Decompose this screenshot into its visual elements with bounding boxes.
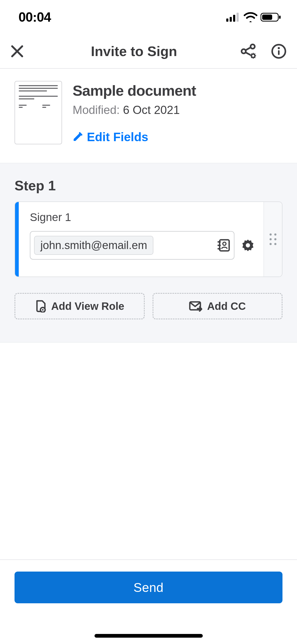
share-gear-icon	[240, 44, 257, 59]
status-indicators	[226, 12, 281, 22]
email-chip[interactable]: john.smith@email.em	[34, 236, 153, 255]
header-title: Invite to Sign	[50, 43, 218, 59]
svg-point-17	[223, 242, 226, 245]
home-indicator[interactable]	[95, 634, 203, 638]
close-icon	[11, 45, 24, 58]
modified-date: 6 Oct 2021	[123, 103, 180, 116]
svg-rect-1	[230, 17, 232, 22]
info-button[interactable]	[271, 44, 286, 59]
svg-point-12	[252, 55, 254, 57]
svg-rect-0	[226, 19, 228, 22]
document-section: Sample document Modified: 6 Oct 2021 Edi…	[0, 69, 297, 163]
close-button[interactable]	[11, 45, 24, 58]
status-time: 00:04	[18, 10, 51, 25]
share-settings-button[interactable]	[240, 44, 257, 59]
add-cc-button[interactable]: Add CC	[153, 293, 283, 319]
send-button[interactable]: Send	[15, 572, 282, 603]
pencil-icon	[73, 132, 83, 142]
edit-fields-label: Edit Fields	[87, 130, 148, 144]
svg-rect-15	[278, 50, 280, 55]
document-view-icon	[35, 300, 46, 312]
svg-rect-3	[237, 13, 239, 22]
step-title: Step 1	[15, 163, 282, 201]
signer-label: Signer 1	[30, 211, 254, 224]
svg-rect-6	[279, 16, 281, 19]
svg-line-9	[246, 47, 251, 50]
battery-icon	[261, 12, 281, 22]
signer-card: Signer 1 john.smith@email.em	[15, 201, 282, 277]
document-modified: Modified: 6 Oct 2021	[73, 103, 196, 117]
signer-email-input[interactable]: john.smith@email.em	[30, 231, 234, 260]
svg-rect-2	[233, 15, 235, 22]
svg-line-10	[246, 52, 250, 55]
gear-icon	[241, 239, 254, 252]
svg-point-21	[246, 243, 250, 247]
steps-container: Step 1 Signer 1 john.smith@email.em	[0, 163, 297, 343]
signer-accent	[15, 202, 19, 277]
contacts-button[interactable]	[218, 239, 230, 252]
svg-point-14	[278, 47, 280, 49]
svg-rect-5	[262, 15, 272, 20]
add-view-role-button[interactable]: Add View Role	[15, 293, 145, 319]
edit-fields-button[interactable]: Edit Fields	[73, 130, 196, 144]
address-book-icon	[218, 239, 230, 252]
modified-label: Modified:	[73, 103, 120, 116]
add-view-role-label: Add View Role	[51, 300, 124, 312]
document-title: Sample document	[73, 82, 196, 99]
info-icon	[271, 44, 286, 59]
mail-forward-icon	[189, 301, 202, 312]
app-header: Invite to Sign	[0, 34, 297, 69]
drag-handle-icon	[270, 233, 276, 245]
wifi-icon	[244, 12, 257, 22]
footer: Send	[0, 559, 297, 603]
signer-settings-button[interactable]	[241, 239, 254, 252]
drag-handle[interactable]	[263, 202, 282, 277]
svg-point-23	[42, 309, 44, 311]
add-cc-label: Add CC	[207, 300, 246, 312]
cellular-icon	[226, 13, 241, 22]
document-thumbnail[interactable]	[15, 81, 62, 144]
status-bar: 00:04	[0, 0, 297, 34]
